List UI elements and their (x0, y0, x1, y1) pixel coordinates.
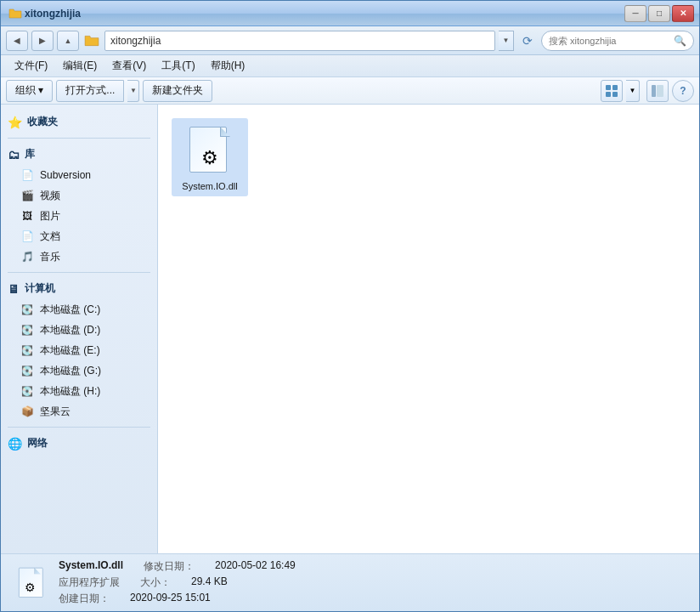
sidebar-item-documents[interactable]: 📄 文档 (1, 226, 157, 246)
address-bar-row: ◀ ▶ ▲ xitongzhijia ▼ ⟳ 🔍 (1, 26, 699, 55)
library-icon: 🗂 (8, 148, 20, 162)
forward-button[interactable]: ▶ (31, 31, 54, 51)
svg-rect-1 (612, 85, 618, 90)
sidebar-item-drive-g[interactable]: 💽 本地磁盘 (G:) (1, 360, 157, 381)
view-mode-button[interactable] (601, 80, 623, 102)
open-with-dropdown[interactable]: ▼ (127, 80, 139, 102)
menu-view[interactable]: 查看(V) (105, 56, 153, 76)
main-window: xitongzhijia ─ □ ✕ ◀ ▶ ▲ xitongzhijia ▼ … (0, 0, 700, 612)
title-bar-folder-icon (6, 4, 25, 23)
svg-rect-3 (612, 92, 618, 97)
address-dropdown-button[interactable]: ▼ (499, 31, 514, 51)
drive-g-icon: 💽 (20, 363, 35, 378)
sidebar-divider-3 (8, 427, 150, 428)
new-folder-label: 新建文件夹 (152, 83, 203, 98)
help-button[interactable]: ? (672, 80, 694, 102)
svg-rect-4 (652, 85, 656, 97)
search-box[interactable]: 🔍 (541, 31, 694, 51)
refresh-button[interactable]: ⟳ (517, 31, 538, 51)
file-label: System.IO.dll (182, 181, 237, 191)
help-label: ? (680, 85, 686, 97)
sidebar-item-pictures-label: 图片 (40, 209, 60, 224)
drive-h-icon: 💽 (20, 383, 35, 399)
open-with-button[interactable]: 打开方式... (56, 80, 124, 102)
sidebar-item-jianguoyun[interactable]: 📦 坚果云 (1, 401, 157, 422)
sidebar-drive-h-label: 本地磁盘 (H:) (40, 384, 100, 399)
sidebar-item-video[interactable]: 🎬 视频 (1, 185, 157, 206)
jianguoyun-icon: 📦 (20, 404, 35, 419)
status-info: System.IO.dll 修改日期： 2020-05-02 16:49 应用程… (59, 559, 296, 606)
status-size-label: 大小： (140, 575, 171, 590)
menu-bar: 文件(F) 编辑(E) 查看(V) 工具(T) 帮助(H) (1, 55, 699, 77)
status-row-3: 创建日期： 2020-09-25 15:01 (59, 592, 296, 606)
sidebar-item-drive-h[interactable]: 💽 本地磁盘 (H:) (1, 381, 157, 401)
address-field[interactable]: xitongzhijia (104, 31, 495, 51)
status-file-icon: ⚙ (11, 564, 48, 602)
content-area: ⭐ 收藏夹 🗂 库 📄 Subversion 🎬 视频 🖼 图片 (1, 105, 699, 553)
menu-edit[interactable]: 编辑(E) (56, 56, 104, 76)
file-area[interactable]: ⚙ System.IO.dll (158, 105, 699, 553)
sidebar-item-documents-label: 文档 (40, 230, 60, 244)
status-modified-label: 修改日期： (144, 559, 195, 574)
status-modified-value: 2020-05-02 16:49 (215, 559, 296, 574)
toolbar: 组织 ▾ 打开方式... ▼ 新建文件夹 ▼ ? (1, 77, 699, 105)
search-icon[interactable]: 🔍 (674, 35, 686, 47)
drive-c-icon: 💽 (20, 302, 35, 317)
up-button[interactable]: ▲ (57, 31, 79, 51)
sidebar-item-music[interactable]: 🎵 音乐 (1, 246, 157, 267)
maximize-button[interactable]: □ (648, 5, 670, 22)
status-row-1: System.IO.dll 修改日期： 2020-05-02 16:49 (59, 559, 296, 574)
address-text: xitongzhijia (110, 35, 161, 47)
title-bar-text: xitongzhijia (25, 8, 624, 20)
dll-file-icon: ⚙ (188, 125, 232, 176)
status-created-value: 2020-09-25 15:01 (130, 592, 211, 606)
status-bar: ⚙ System.IO.dll 修改日期： 2020-05-02 16:49 应… (1, 553, 699, 611)
organize-button[interactable]: 组织 ▾ (6, 80, 53, 102)
minimize-button[interactable]: ─ (624, 5, 646, 22)
sidebar-library-header[interactable]: 🗂 库 (1, 144, 157, 165)
sidebar-item-subversion-label: Subversion (40, 169, 91, 181)
computer-icon: 🖥 (8, 282, 20, 296)
pane-icon (652, 85, 663, 97)
close-button[interactable]: ✕ (672, 5, 694, 22)
status-size-value: 29.4 KB (191, 575, 228, 590)
documents-icon: 📄 (20, 229, 35, 244)
file-item-system-io-dll[interactable]: ⚙ System.IO.dll (172, 118, 248, 196)
sidebar-item-video-label: 视频 (40, 189, 60, 203)
pictures-icon: 🖼 (20, 208, 35, 224)
view-mode-dropdown[interactable]: ▼ (626, 80, 640, 102)
sidebar-drive-d-label: 本地磁盘 (D:) (40, 323, 100, 337)
subversion-icon: 📄 (20, 167, 35, 183)
library-label: 库 (25, 147, 35, 162)
sidebar: ⭐ 收藏夹 🗂 库 📄 Subversion 🎬 视频 🖼 图片 (1, 105, 158, 553)
view-icon (606, 85, 618, 97)
search-input[interactable] (549, 36, 670, 46)
sidebar-computer-header[interactable]: 🖥 计算机 (1, 278, 157, 299)
address-folder-icon (82, 31, 101, 50)
sidebar-item-drive-d[interactable]: 💽 本地磁盘 (D:) (1, 320, 157, 340)
pane-toggle-button[interactable] (646, 80, 669, 102)
sidebar-item-drive-c[interactable]: 💽 本地磁盘 (C:) (1, 299, 157, 320)
menu-file[interactable]: 文件(F) (8, 56, 54, 76)
sidebar-favorites-header[interactable]: ⭐ 收藏夹 (1, 111, 157, 133)
menu-tools[interactable]: 工具(T) (155, 56, 201, 76)
menu-help[interactable]: 帮助(H) (204, 56, 252, 76)
drive-d-icon: 💽 (20, 322, 35, 337)
title-bar-controls: ─ □ ✕ (624, 5, 694, 22)
svg-rect-5 (657, 85, 663, 97)
sidebar-item-subversion[interactable]: 📄 Subversion (1, 165, 157, 185)
status-filename: System.IO.dll (59, 559, 123, 574)
sidebar-item-pictures[interactable]: 🖼 图片 (1, 206, 157, 226)
organize-label: 组织 ▾ (15, 83, 43, 98)
status-row-2: 应用程序扩展 大小： 29.4 KB (59, 575, 296, 590)
favorites-star-icon: ⭐ (8, 116, 22, 129)
new-folder-button[interactable]: 新建文件夹 (143, 80, 212, 102)
sidebar-item-drive-e[interactable]: 💽 本地磁盘 (E:) (1, 340, 157, 360)
sidebar-drive-e-label: 本地磁盘 (E:) (40, 343, 100, 358)
network-label: 网络 (27, 436, 48, 450)
sidebar-network-header[interactable]: 🌐 网络 (1, 433, 157, 454)
file-icon-container: ⚙ (183, 123, 237, 178)
dll-gears-icon: ⚙ (201, 147, 218, 169)
back-button[interactable]: ◀ (6, 31, 28, 51)
drive-e-icon: 💽 (20, 343, 35, 358)
